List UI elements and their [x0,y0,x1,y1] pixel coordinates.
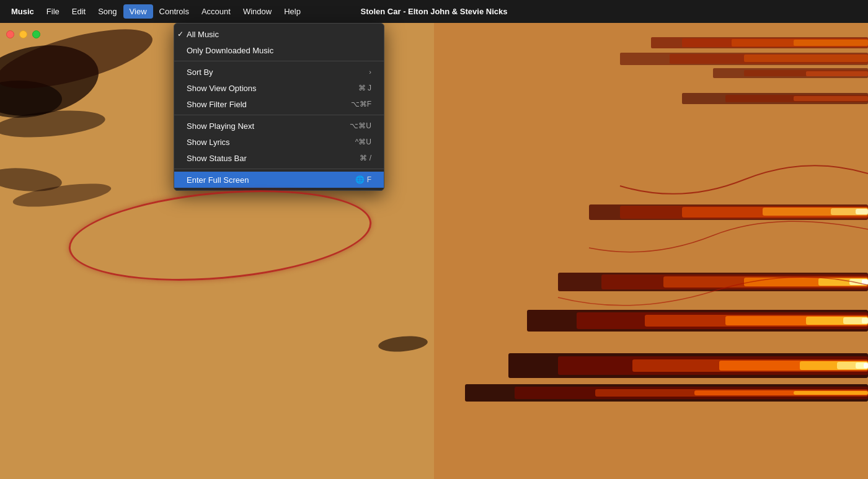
separator-1 [174,61,384,61]
minimize-button[interactable] [19,30,27,38]
menu-item-show-view-options[interactable]: Show View Options ⌘ J [174,80,384,96]
song-title: Stolen Car - Elton John & Stevie Nicks [361,0,508,23]
menu-item-show-lyrics[interactable]: Show Lyrics ^⌘U [174,134,384,150]
menubar-item-music[interactable]: Music [5,4,40,19]
fullscreen-button[interactable] [32,30,40,38]
svg-rect-43 [864,363,868,368]
traffic-lights [6,23,40,46]
menu-item-only-downloaded[interactable]: Only Downloaded Music [174,42,384,58]
menubar-item-edit[interactable]: Edit [66,4,92,19]
separator-3 [174,169,384,169]
svg-rect-51 [806,71,868,76]
view-dropdown-menu: ✓ All Music Only Downloaded Music Sort B… [174,23,384,191]
menubar-item-song[interactable]: Song [92,4,123,19]
menubar-item-view[interactable]: View [123,4,153,19]
svg-rect-48 [794,391,868,395]
menubar-item-file[interactable]: File [40,4,66,19]
menubar-item-controls[interactable]: Controls [153,4,195,19]
menu-item-enter-full-screen[interactable]: Enter Full Screen 🌐 F [174,172,384,188]
menu-item-show-status-bar[interactable]: Show Status Bar ⌘ / [174,150,384,166]
svg-rect-12 [794,40,868,46]
menu-item-all-music[interactable]: ✓ All Music [174,26,384,42]
menu-item-sort-by[interactable]: Sort By › [174,64,384,80]
menu-item-show-filter-field[interactable]: Show Filter Field ⌥⌘F [174,96,384,112]
svg-rect-35 [862,318,868,323]
submenu-arrow-icon: › [369,68,371,76]
svg-rect-21 [856,209,868,214]
checkmark-icon: ✓ [177,30,184,38]
menubar-item-help[interactable]: Help [278,4,307,19]
separator-2 [174,115,384,115]
svg-rect-15 [744,55,868,62]
close-button[interactable] [6,30,14,38]
background [0,0,868,479]
menubar-item-window[interactable]: Window [237,4,278,19]
menubar-item-account[interactable]: Account [195,4,237,19]
svg-rect-54 [794,96,868,101]
menu-item-show-playing-next[interactable]: Show Playing Next ⌥⌘U [174,118,384,134]
